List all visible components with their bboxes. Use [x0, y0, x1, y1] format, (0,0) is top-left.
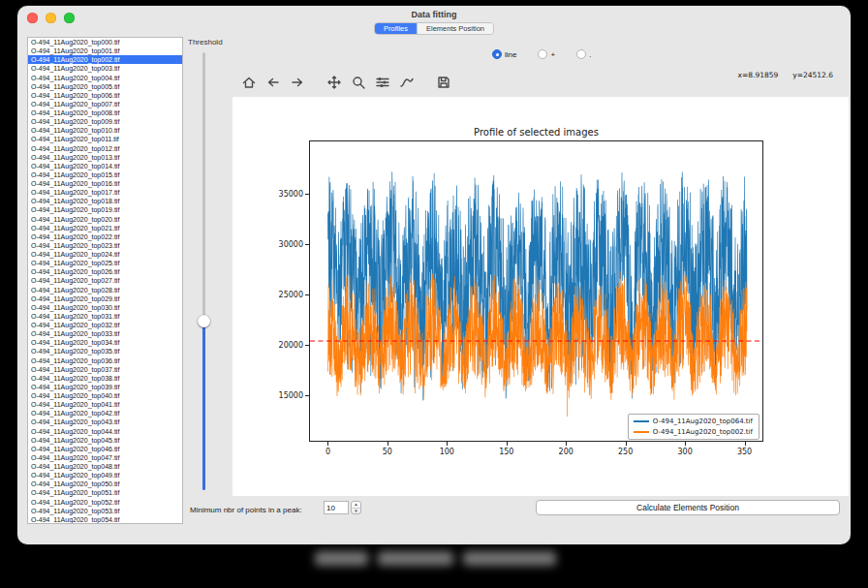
file-list-item[interactable]: O-494_11Aug2020_top006.tif: [28, 91, 182, 100]
file-list-item[interactable]: O-494_11Aug2020_top030.tif: [28, 303, 182, 312]
file-list-item[interactable]: O-494_11Aug2020_top009.tif: [28, 117, 182, 126]
file-list-item[interactable]: O-494_11Aug2020_top040.tif: [28, 391, 182, 400]
forward-button[interactable]: [285, 72, 309, 93]
file-list-item[interactable]: O-494_11Aug2020_top046.tif: [28, 445, 182, 453]
tab-elements-position[interactable]: Elements Position: [417, 23, 493, 34]
file-list-item[interactable]: O-494_11Aug2020_top003.tif: [28, 64, 182, 73]
file-list-item[interactable]: O-494_11Aug2020_top039.tif: [28, 383, 182, 391]
x-tick: [388, 442, 388, 446]
threshold-label: Threshold: [188, 38, 223, 46]
file-list-item[interactable]: O-494_11Aug2020_top032.tif: [28, 321, 182, 329]
file-list-item[interactable]: O-494_11Aug2020_top015.tif: [28, 170, 182, 179]
file-list-item[interactable]: O-494_11Aug2020_top005.tif: [28, 82, 182, 91]
file-list-item[interactable]: O-494_11Aug2020_top018.tif: [28, 197, 182, 205]
file-list-item[interactable]: O-494_11Aug2020_top019.tif: [28, 205, 182, 214]
file-list-item[interactable]: O-494_11Aug2020_top002.tif: [28, 55, 182, 64]
file-list-item[interactable]: O-494_11Aug2020_top000.tif: [28, 38, 182, 46]
marker-options: line+.: [492, 49, 612, 59]
file-list-item[interactable]: O-494_11Aug2020_top014.tif: [28, 162, 182, 170]
plot-canvas[interactable]: [310, 141, 762, 441]
threshold-slider[interactable]: [197, 52, 210, 490]
min-points-stepper: ▲ ▼: [351, 501, 361, 514]
file-list-item[interactable]: O-494_11Aug2020_top023.tif: [28, 241, 182, 250]
y-tick-label: 15000: [232, 391, 303, 400]
file-list-item[interactable]: O-494_11Aug2020_top026.tif: [28, 267, 182, 276]
calculate-elements-position-button[interactable]: Calculate Elements Position: [536, 500, 840, 515]
y-tick: [305, 294, 309, 295]
file-list-item[interactable]: O-494_11Aug2020_top044.tif: [28, 427, 182, 436]
file-list-item[interactable]: O-494_11Aug2020_top042.tif: [28, 409, 182, 418]
configure-button[interactable]: [370, 72, 394, 93]
file-list-item[interactable]: O-494_11Aug2020_top034.tif: [28, 338, 182, 347]
curve-button[interactable]: [394, 72, 418, 93]
file-list-item[interactable]: O-494_11Aug2020_top053.tif: [28, 507, 182, 515]
forward-icon: [290, 75, 305, 90]
legend-entry: O-494_11Aug2020_top002.tif: [634, 428, 753, 436]
file-list-item[interactable]: O-494_11Aug2020_top035.tif: [28, 347, 182, 356]
file-list-item[interactable]: O-494_11Aug2020_top008.tif: [28, 108, 182, 117]
file-list-item[interactable]: O-494_11Aug2020_top041.tif: [28, 400, 182, 409]
slider-thumb[interactable]: [198, 315, 210, 327]
min-points-input[interactable]: [324, 501, 349, 514]
file-list-item[interactable]: O-494_11Aug2020_top021.tif: [28, 224, 182, 232]
radio-label: line: [505, 50, 516, 59]
file-list-item[interactable]: O-494_11Aug2020_top051.tif: [28, 488, 182, 497]
file-list-item[interactable]: O-494_11Aug2020_top028.tif: [28, 286, 182, 294]
file-list[interactable]: O-494_11Aug2020_top000.tifO-494_11Aug202…: [27, 37, 183, 524]
file-list-item[interactable]: O-494_11Aug2020_top022.tif: [28, 232, 182, 241]
file-list-item[interactable]: O-494_11Aug2020_top012.tif: [28, 144, 182, 153]
file-list-item[interactable]: O-494_11Aug2020_top043.tif: [28, 418, 182, 426]
stepper-up-button[interactable]: ▲: [352, 502, 360, 509]
y-tick: [305, 194, 309, 195]
radio-icon: [538, 49, 547, 59]
file-list-item[interactable]: O-494_11Aug2020_top027.tif: [28, 276, 182, 285]
stepper-down-button[interactable]: ▼: [352, 509, 360, 514]
file-list-item[interactable]: O-494_11Aug2020_top017.tif: [28, 188, 182, 197]
file-list-item[interactable]: O-494_11Aug2020_top047.tif: [28, 453, 182, 462]
file-list-item[interactable]: O-494_11Aug2020_top033.tif: [28, 329, 182, 338]
radio-icon: [576, 49, 586, 59]
file-list-item[interactable]: O-494_11Aug2020_top029.tif: [28, 294, 182, 303]
x-tick-label: 200: [548, 448, 583, 456]
marker-option-.[interactable]: .: [576, 49, 591, 59]
file-list-item[interactable]: O-494_11Aug2020_top052.tif: [28, 498, 182, 507]
file-list-item[interactable]: O-494_11Aug2020_top001.tif: [28, 46, 182, 55]
file-list-item[interactable]: O-494_11Aug2020_top020.tif: [28, 215, 182, 224]
plot-legend: O-494_11Aug2020_top064.tifO-494_11Aug202…: [628, 414, 760, 440]
file-list-item[interactable]: O-494_11Aug2020_top037.tif: [28, 365, 182, 374]
file-list-item[interactable]: O-494_11Aug2020_top036.tif: [28, 356, 182, 365]
file-list-item[interactable]: O-494_11Aug2020_top049.tif: [28, 471, 182, 480]
file-list-item[interactable]: O-494_11Aug2020_top054.tif: [28, 515, 182, 524]
zoom-icon: [351, 75, 366, 90]
home-button[interactable]: [236, 72, 261, 93]
file-list-item[interactable]: O-494_11Aug2020_top004.tif: [28, 74, 182, 82]
file-list-item[interactable]: O-494_11Aug2020_top024.tif: [28, 250, 182, 259]
file-list-item[interactable]: O-494_11Aug2020_top045.tif: [28, 436, 182, 445]
home-icon: [241, 75, 257, 90]
file-list-item[interactable]: O-494_11Aug2020_top031.tif: [28, 312, 182, 321]
pan-button[interactable]: [322, 72, 346, 93]
file-list-item[interactable]: O-494_11Aug2020_top048.tif: [28, 462, 182, 471]
x-tick-label: 50: [370, 448, 405, 456]
x-tick-label: 300: [667, 448, 702, 456]
file-list-item[interactable]: O-494_11Aug2020_top010.tif: [28, 126, 182, 135]
tab-profiles[interactable]: Profiles: [375, 23, 417, 34]
zoom-button[interactable]: [346, 72, 370, 93]
file-list-item[interactable]: O-494_11Aug2020_top038.tif: [28, 374, 182, 383]
slider-track-filled: [202, 322, 205, 490]
y-tick: [305, 244, 309, 245]
file-list-item[interactable]: O-494_11Aug2020_top013.tif: [28, 153, 182, 162]
legend-entry: O-494_11Aug2020_top064.tif: [634, 418, 753, 425]
file-list-item[interactable]: O-494_11Aug2020_top016.tif: [28, 179, 182, 188]
legend-label: O-494_11Aug2020_top064.tif: [653, 418, 753, 425]
file-list-item[interactable]: O-494_11Aug2020_top011.tif: [28, 135, 182, 143]
plot-toolbar: [236, 70, 455, 95]
file-list-item[interactable]: O-494_11Aug2020_top025.tif: [28, 259, 182, 267]
save-button[interactable]: [431, 72, 455, 93]
file-list-item[interactable]: O-494_11Aug2020_top007.tif: [28, 100, 182, 108]
x-tick: [685, 442, 686, 446]
marker-option-+[interactable]: +: [538, 49, 555, 59]
file-list-item[interactable]: O-494_11Aug2020_top050.tif: [28, 480, 182, 488]
back-button[interactable]: [261, 72, 285, 93]
marker-option-line[interactable]: line: [492, 49, 516, 59]
